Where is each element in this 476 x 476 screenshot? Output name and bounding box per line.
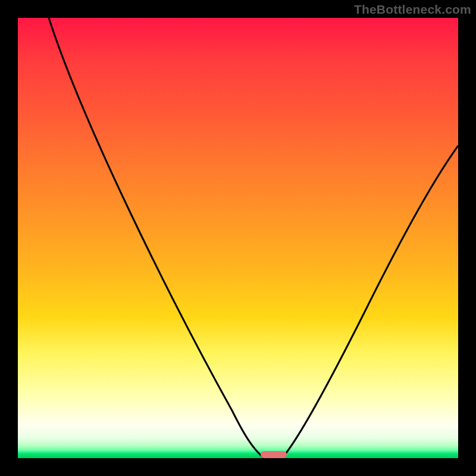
curve-left-branch xyxy=(49,18,264,458)
watermark-text: TheBottleneck.com xyxy=(354,2,471,17)
chart-plot-area xyxy=(18,18,458,458)
curve-right-branch xyxy=(282,146,458,458)
optimum-marker xyxy=(261,451,287,458)
bottleneck-curve xyxy=(18,18,458,458)
chart-frame: TheBottleneck.com xyxy=(0,0,476,476)
